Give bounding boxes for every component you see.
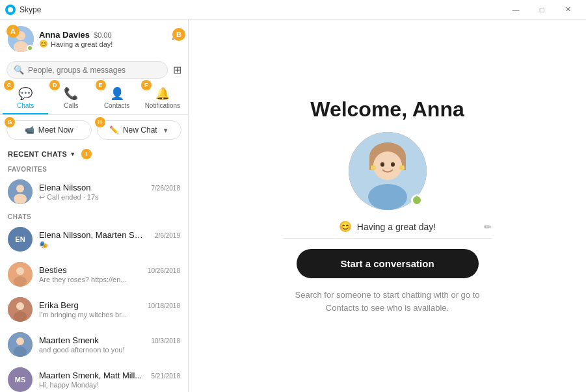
chat-date: 7/26/2018 [152,185,181,192]
list-item[interactable]: Erika Berg 10/18/2018 I'm bringing my wi… [0,292,188,327]
chats-icon: 💬 [18,86,33,101]
chevron-down-icon: ▼ [163,127,169,134]
main-layout: A Anna Davies $0.00 [0,20,586,392]
welcome-description: Search for someone to start chatting wit… [290,289,485,314]
grid-icon[interactable]: ⊞ [173,64,181,76]
profile-left: A Anna Davies $0.00 [8,26,113,52]
chat-date: 5/21/2018 [152,372,181,380]
list-item[interactable]: EN Elena Nilsson, Maarten Sm... 2/6/2019… [0,222,188,257]
svg-point-8 [16,267,24,275]
start-conversation-button[interactable]: Start a conversation [297,249,479,278]
status-text: Having a great day! [51,40,113,48]
svg-point-9 [14,276,27,287]
list-item[interactable]: Elena Nilsson 7/26/2018 ↩ Call ended · 1… [0,174,188,209]
avatar-initials: EN [15,235,25,243]
badge-c: C [4,80,14,90]
meet-now-button[interactable]: G 📹 Meet Now [7,120,92,140]
chat-date: 10/18/2018 [148,302,180,309]
svg-point-19 [373,151,402,180]
avatar [8,179,33,204]
avatar-container: A [8,26,34,52]
search-icon: 🔍 [14,65,24,75]
avatar-initials: MS [15,376,26,384]
welcome-status-text: Having a great day! [357,222,436,232]
search-wrapper[interactable]: 🔍 [7,61,168,79]
chat-top: Maarten Smenk, Matt Mill... 5/21/2018 [39,371,180,380]
tab-contacts[interactable]: E 👤 Contacts [94,83,140,114]
chat-preview: and good afternoon to you! [39,346,180,354]
recent-chats-header: RECENT CHATS ▼ I [0,145,188,162]
chat-name: Besties [39,265,67,275]
chat-name: Elena Nilsson, Maarten Sm... [39,230,143,240]
skype-icon [5,5,16,15]
maximize-button[interactable]: □ [529,0,555,20]
calls-label: Calls [64,102,78,109]
chat-list: FAVORITES Elena Nilsson 7/26/2018 ↩ Call [0,162,188,392]
svg-point-23 [371,165,376,170]
svg-point-0 [8,7,13,12]
svg-point-5 [16,185,24,192]
welcome-status-emoji: 😊 [339,220,352,233]
recent-chats-label: RECENT CHATS [8,150,67,158]
avatar [8,262,33,287]
svg-point-11 [16,302,24,310]
chat-top: Elena Nilsson 7/26/2018 [39,183,180,192]
favorites-label: FAVORITES [0,162,188,174]
badge-b: B [172,28,185,41]
svg-point-21 [391,163,395,167]
badge-d: D [49,80,60,90]
notifications-label: Notifications [145,102,180,109]
profile-status: 😊 Having a great day! [39,40,113,48]
profile-info: Anna Davies $0.00 😊 Having a great day! [39,30,113,48]
chat-name: Maarten Smenk, Matt Mill... [39,371,142,380]
chat-preview: Hi, happy Monday! [39,381,180,389]
list-item[interactable]: Besties 10/26/2018 Are they roses? https… [0,257,188,292]
chat-content: Elena Nilsson, Maarten Sm... 2/6/2019 🎭 [39,230,180,249]
list-item[interactable]: Maarten Smenk 10/3/2018 and good afterno… [0,327,188,362]
minimize-button[interactable]: — [503,0,529,20]
avatar: MS [8,367,33,392]
avatar [8,332,33,357]
list-item[interactable]: MS Maarten Smenk, Matt Mill... 5/21/2018… [0,362,188,392]
chevron-down-icon: ▼ [70,151,75,157]
svg-point-12 [14,311,27,322]
svg-point-22 [368,184,407,210]
tab-calls[interactable]: D 📞 Calls [48,83,94,114]
svg-point-20 [380,163,384,167]
search-input[interactable] [28,66,161,75]
chat-top: Elena Nilsson, Maarten Sm... 2/6/2019 [39,230,180,240]
chat-date: 2/6/2019 [155,232,180,239]
edit-status-icon[interactable]: ✏ [484,222,492,232]
badge-a: A [7,25,20,38]
tab-chats[interactable]: C 💬 Chats [3,83,48,114]
chat-content: Erika Berg 10/18/2018 I'm bringing my wi… [39,300,180,319]
online-indicator [27,45,33,51]
chat-top: Maarten Smenk 10/3/2018 [39,335,180,345]
svg-point-15 [14,346,27,357]
chat-name: Erika Berg [39,300,79,310]
tab-notifications[interactable]: F 🔔 Notifications [140,83,185,114]
chat-content: Maarten Smenk, Matt Mill... 5/21/2018 Hi… [39,371,180,389]
contacts-icon: 👤 [110,86,124,101]
svg-point-14 [16,337,24,345]
profile-header: A Anna Davies $0.00 [0,20,188,57]
welcome-online-indicator [411,194,423,206]
main-panel: Welcome, Anna [189,20,586,392]
search-bar: 🔍 ⊞ [0,57,188,83]
status-emoji: 😊 [39,40,48,48]
window-controls: — □ ✕ [503,0,581,20]
chat-name: Elena Nilsson [39,183,91,192]
titlebar-left: Skype [5,5,41,15]
close-button[interactable]: ✕ [555,0,581,20]
action-buttons: G 📹 Meet Now H ✏️ New Chat ▼ [0,115,188,145]
new-chat-icon: ✏️ [109,125,119,135]
profile-name: Anna Davies [39,30,90,40]
chat-top: Erika Berg 10/18/2018 [39,300,180,310]
chats-section-label: CHATS [0,209,188,222]
calls-icon: 📞 [64,86,78,101]
avatar: EN [8,227,33,252]
badge-f: F [141,80,152,90]
profile-balance: $0.00 [94,31,112,39]
new-chat-button[interactable]: H ✏️ New Chat ▼ [97,120,182,140]
meet-now-icon: 📹 [25,125,34,135]
